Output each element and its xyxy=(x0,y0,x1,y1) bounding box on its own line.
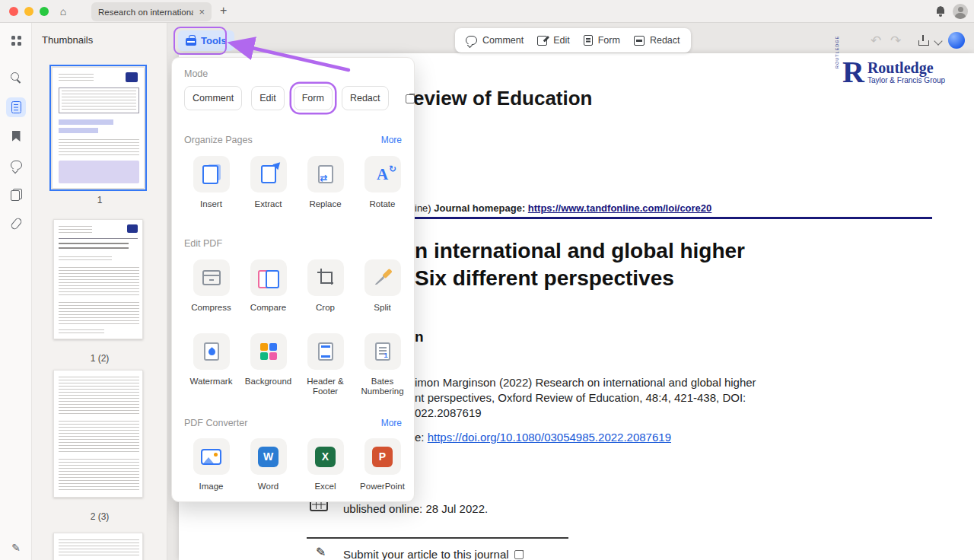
journal-title: eview of Education xyxy=(413,87,593,110)
tool-insert[interactable]: Insert xyxy=(183,156,240,209)
home-button[interactable]: ⌂ xyxy=(55,3,72,20)
mode-section-title: Mode xyxy=(184,68,208,79)
annotation-arrow xyxy=(217,32,361,79)
thumb-highlight-bar xyxy=(59,128,98,133)
footer-rule xyxy=(307,537,568,539)
pen-icon: ✎ xyxy=(11,542,21,554)
bates-numbering-icon xyxy=(364,333,401,370)
thumb-text-lines xyxy=(59,256,112,262)
doi-link[interactable]: https://doi.org/10.1080/03054985.2022.20… xyxy=(428,431,671,444)
compress-icon xyxy=(193,259,230,296)
page-thumbnail-2[interactable] xyxy=(53,219,143,339)
page-number-label: 2 (3) xyxy=(32,511,167,522)
page-thumbnail-3[interactable] xyxy=(53,370,143,498)
tool-compare[interactable]: Compare xyxy=(240,259,297,313)
tool-excel[interactable]: X Excel xyxy=(297,438,354,492)
tool-split[interactable]: Split xyxy=(354,259,411,313)
tool-powerpoint[interactable]: P PowerPoint xyxy=(354,438,411,492)
app-window: ⌂ Research on international... × + ✎ Thu… xyxy=(0,0,974,560)
page-thumbnail-4[interactable] xyxy=(53,533,143,560)
tool-word[interactable]: W Word xyxy=(240,438,297,492)
search-button[interactable] xyxy=(6,68,26,88)
titlebar: ⌂ Research on international... × + xyxy=(0,0,974,23)
document-tab[interactable]: Research on international... × xyxy=(91,2,212,21)
page-number-label: 1 xyxy=(32,195,167,205)
tool-label: Compare xyxy=(250,303,286,313)
published-line: ublished online: 28 Jul 2022. xyxy=(343,502,488,515)
thumb-text-lines xyxy=(59,377,139,416)
toolbar-redact-button[interactable]: Redact xyxy=(634,35,680,46)
tool-label: Split xyxy=(374,303,390,313)
citation-line3: 022.2087619 xyxy=(415,406,841,421)
tool-label: PowerPoint xyxy=(360,482,405,492)
organize-pages-more-link[interactable]: More xyxy=(381,135,402,145)
account-avatar[interactable] xyxy=(953,4,968,19)
tool-label: Rotate xyxy=(370,199,396,209)
undo-button[interactable]: ↶ xyxy=(867,32,884,49)
pdf-converter-title: PDF Converter xyxy=(184,418,247,428)
window-close-button[interactable] xyxy=(9,7,18,16)
toolbar-form-button[interactable]: Form xyxy=(584,35,620,46)
toolbar-comment-label: Comment xyxy=(482,35,524,46)
split-icon xyxy=(364,259,401,296)
comment-icon xyxy=(466,36,477,45)
tool-background[interactable]: Background xyxy=(240,333,297,396)
word-icon: W xyxy=(250,438,287,475)
ai-assistant-button[interactable] xyxy=(948,32,965,49)
homepage-link[interactable]: https://www.tandfonline.com/loi/core20 xyxy=(528,202,711,214)
comments-button[interactable] xyxy=(6,155,26,175)
tool-crop[interactable]: Crop xyxy=(297,259,354,313)
tab-close-icon[interactable]: × xyxy=(199,7,205,17)
tool-replace[interactable]: Replace xyxy=(297,156,354,209)
notification-bell-icon[interactable] xyxy=(934,5,947,18)
pdf-converter-more-link[interactable]: More xyxy=(381,418,402,428)
new-tab-button[interactable]: + xyxy=(220,4,227,18)
pages-button[interactable] xyxy=(6,185,26,205)
tool-rotate[interactable]: A Rotate xyxy=(354,156,411,209)
tool-extract[interactable]: Extract xyxy=(240,156,297,209)
routledge-name: Routledge xyxy=(867,59,945,76)
attachments-button[interactable] xyxy=(6,214,26,234)
excel-icon: X xyxy=(307,438,344,475)
submit-article-link[interactable]: Submit your article to this journal xyxy=(343,548,509,560)
thumbnails-icon xyxy=(11,101,21,113)
tool-compress[interactable]: Compress xyxy=(183,259,240,313)
apps-grid-button[interactable] xyxy=(6,30,26,50)
panel-comment-button[interactable]: Comment xyxy=(184,86,242,110)
tool-bates-numbering[interactable]: Bates Numbering xyxy=(354,333,411,396)
panel-edit-button[interactable]: Edit xyxy=(251,86,285,110)
save-dropdown-chevron-icon[interactable] xyxy=(934,37,942,45)
save-button[interactable] xyxy=(918,35,928,46)
window-zoom-button[interactable] xyxy=(40,7,49,16)
open-in-window-icon[interactable] xyxy=(406,94,415,103)
tool-header-footer[interactable]: Header & Footer xyxy=(297,333,354,396)
journal-homepage-line: ine) Journal homepage: https://www.tandf… xyxy=(415,202,711,214)
toolbar-edit-button[interactable]: Edit xyxy=(537,35,570,46)
page-thumbnail-1[interactable] xyxy=(52,67,145,189)
window-minimize-button[interactable] xyxy=(24,7,33,16)
tool-image[interactable]: Image xyxy=(183,438,240,492)
tool-label: Extract xyxy=(255,199,282,209)
tool-watermark[interactable]: Watermark xyxy=(183,333,240,396)
edit-pdf-title: Edit PDF xyxy=(184,238,222,249)
thumb-logo xyxy=(127,224,138,233)
submit-article-row[interactable]: Submit your article to this journal xyxy=(343,548,524,560)
panel-redact-button[interactable]: Redact xyxy=(342,86,389,110)
bookmarks-button[interactable] xyxy=(6,126,26,146)
thumbnails-panel-button[interactable] xyxy=(6,97,26,117)
paperclip-icon xyxy=(9,217,22,231)
tool-label: Word xyxy=(258,482,279,492)
thumb-text-lines xyxy=(59,421,139,454)
tool-label: Bates Numbering xyxy=(354,377,411,396)
edit-pdf-tools-row-1: Compress Compare Crop Split xyxy=(183,259,411,313)
toolbar-comment-button[interactable]: Comment xyxy=(466,35,524,46)
crop-icon xyxy=(307,259,344,296)
signature-button[interactable]: ✎ xyxy=(6,538,26,558)
background-icon xyxy=(250,333,287,370)
toolbar-edit-label: Edit xyxy=(553,35,570,46)
redo-button[interactable]: ↷ xyxy=(887,32,904,49)
page-number-label: 1 (2) xyxy=(32,353,167,364)
citation-line1: imon Marginson (2022) Research on intern… xyxy=(415,375,841,390)
panel-form-button[interactable]: Form xyxy=(294,86,333,110)
left-icon-rail: ✎ xyxy=(0,23,32,560)
